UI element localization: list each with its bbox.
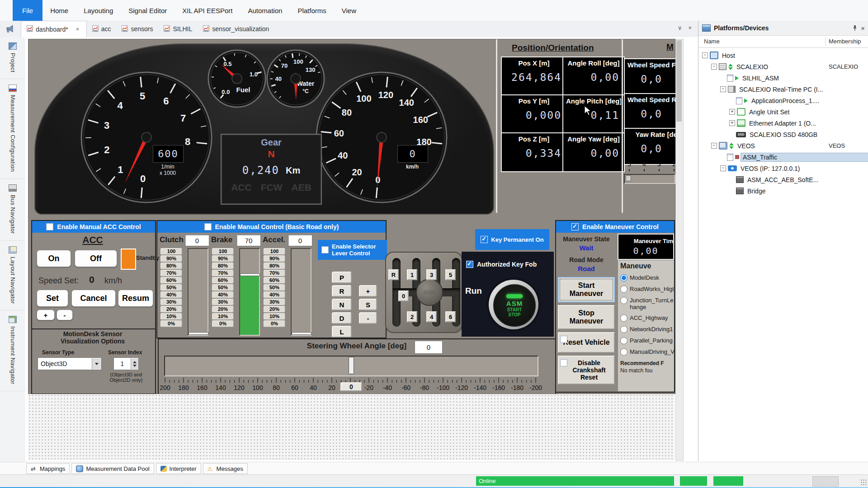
bottom-tab-messages[interactable]: Messages: [203, 463, 248, 474]
pin-icon[interactable]: [852, 25, 858, 31]
tree-row-asm_traffic[interactable]: ASM_Traffic: [698, 151, 868, 163]
acc-cancel-button[interactable]: Cancel: [71, 290, 116, 307]
percent-button-70[interactable]: 70%: [160, 270, 182, 277]
percent-button-90[interactable]: 90%: [160, 255, 182, 262]
percent-button-40[interactable]: 40%: [264, 291, 285, 298]
rail-item-project[interactable]: Project: [0, 37, 25, 79]
chevron-down-icon[interactable]: [92, 358, 101, 369]
maneuver-option[interactable]: Parallel_Parking: [620, 337, 675, 344]
steering-slider[interactable]: [164, 356, 538, 376]
name-column-header[interactable]: Name: [704, 38, 720, 45]
engine-start-stop-button[interactable]: ASM START STOP: [489, 280, 538, 329]
percent-button-70[interactable]: 70%: [264, 270, 285, 277]
percent-button-40[interactable]: 40%: [212, 291, 234, 298]
collapse-icon[interactable]: [711, 143, 717, 149]
rail-item-layout-navigator[interactable]: Layout Navigator: [0, 241, 25, 311]
maneuver-option[interactable]: ManualDriving_V: [620, 348, 675, 356]
membership-column-header[interactable]: Membership: [829, 38, 861, 45]
tab-dashboard[interactable]: dashboard*: [21, 21, 87, 37]
tree-row-host[interactable]: Host: [698, 50, 868, 61]
percent-button-70[interactable]: 70%: [212, 270, 234, 277]
percent-button-10[interactable]: 10%: [160, 313, 182, 320]
percent-button-100[interactable]: 100: [160, 248, 182, 255]
percent-button-0[interactable]: 0%: [264, 320, 285, 327]
tree-row-asm_acc_aeb_softe-[interactable]: ASM_ACC_AEB_SoftE...: [698, 174, 868, 185]
bottom-tab-measurement-data-pool[interactable]: Measurement Data Pool: [71, 463, 154, 474]
selector-button-R[interactable]: R: [332, 285, 352, 297]
vertical-scrollbar[interactable]: [675, 39, 684, 461]
close-panel-icon[interactable]: [861, 24, 865, 32]
percent-button-90[interactable]: 90%: [264, 255, 285, 262]
resize-grip[interactable]: [860, 479, 867, 485]
collapse-icon[interactable]: [702, 52, 708, 58]
acc-resume-button[interactable]: Resum: [118, 290, 153, 307]
pedal-slider[interactable]: [188, 248, 208, 336]
maneuver-option[interactable]: Junction_TurnLe hange: [620, 297, 675, 310]
selector-side-button-S[interactable]: S: [359, 299, 377, 310]
pedal-value-input[interactable]: 70: [236, 235, 261, 246]
shifter-gate-3[interactable]: 3: [426, 269, 437, 280]
selector-button-D[interactable]: D: [332, 312, 352, 324]
percent-button-80[interactable]: 80%: [212, 263, 234, 269]
disable-crankshaft-button[interactable]: Disable Crankshaft Reset: [558, 356, 615, 385]
menu-item-home[interactable]: Home: [42, 0, 76, 21]
tree-row-scalexio[interactable]: SCALEXIOSCALEXIO: [698, 61, 868, 72]
disable-crankshaft-checkbox[interactable]: [560, 359, 567, 366]
tab-SILHIL[interactable]: SILHIL: [158, 21, 198, 37]
percent-button-10[interactable]: 10%: [212, 313, 234, 320]
authorized-keyfob-checkbox[interactable]: [466, 261, 473, 268]
pedal-slider-handle[interactable]: [292, 332, 311, 335]
steering-slider-handle[interactable]: [349, 357, 354, 374]
maneuver-option[interactable]: NetworkDriving1: [620, 326, 675, 333]
percent-button-90[interactable]: 90%: [212, 255, 234, 262]
percent-button-20[interactable]: 20%: [160, 306, 182, 313]
steering-value-box[interactable]: 0: [415, 341, 443, 354]
percent-button-100[interactable]: 100: [264, 248, 285, 255]
selector-side-button-minus[interactable]: -: [359, 312, 377, 324]
reset-vehicle-checkbox[interactable]: [560, 336, 567, 343]
percent-button-50[interactable]: 50%: [160, 284, 182, 291]
acc-plus-button[interactable]: +: [37, 310, 55, 320]
menu-item-xil-api-eesport[interactable]: XIL API EESPort: [175, 0, 240, 21]
percent-button-30[interactable]: 30%: [160, 299, 182, 305]
percent-button-60[interactable]: 60%: [264, 277, 285, 284]
rail-item-instrument-navigator[interactable]: Instrument Navigator: [0, 310, 25, 391]
percent-button-10[interactable]: 10%: [264, 313, 285, 320]
percent-button-60[interactable]: 60%: [160, 277, 182, 284]
start-maneuver-button[interactable]: Start Maneuver: [558, 277, 615, 302]
radio-unselected[interactable]: [620, 337, 627, 344]
pedal-value-input[interactable]: 0: [185, 235, 209, 246]
percent-button-100[interactable]: 100: [212, 248, 234, 255]
tree-row-veos[interactable]: VEOSVEOS: [698, 140, 868, 151]
radio-selected[interactable]: [620, 274, 627, 282]
reset-vehicle-button[interactable]: Reset Vehicle: [558, 332, 615, 353]
rail-item-measurement-configuration[interactable]: Measurement Configuration: [0, 79, 25, 178]
tab-acc[interactable]: acc: [87, 21, 117, 37]
shifter-gate-0[interactable]: 0: [398, 291, 409, 301]
shifter-gate-R[interactable]: R: [388, 269, 399, 280]
tab-sensors[interactable]: sensors: [116, 21, 158, 37]
tree-row-bridge[interactable]: Bridge: [698, 185, 868, 197]
stepper-arrows-icon[interactable]: [131, 358, 138, 369]
tab-list-dropdown-icon[interactable]: [678, 24, 682, 31]
percent-button-20[interactable]: 20%: [264, 306, 285, 313]
close-tab-icon[interactable]: [75, 26, 81, 33]
acc-off-button[interactable]: Off: [75, 250, 117, 267]
percent-button-80[interactable]: 80%: [264, 263, 285, 269]
selector-button-N[interactable]: N: [332, 299, 352, 310]
maneuver-option[interactable]: ACC_Highway: [620, 314, 675, 322]
maneuver-option[interactable]: ModelDesk: [620, 274, 675, 282]
selector-button-P[interactable]: P: [332, 272, 352, 283]
radio-unselected[interactable]: [620, 286, 627, 293]
percent-button-80[interactable]: 80%: [160, 263, 182, 269]
rail-item-bus-navigator[interactable]: Bus Navigator: [0, 179, 25, 241]
radio-unselected[interactable]: [620, 348, 627, 356]
collapse-icon[interactable]: [720, 86, 726, 92]
stop-maneuver-button[interactable]: Stop Maneuver: [558, 305, 615, 329]
acc-set-button[interactable]: Set: [37, 290, 68, 307]
tree-row-scalexio-ssd-480gb[interactable]: SCALEXIO SSD 480GB: [698, 129, 868, 140]
percent-button-0[interactable]: 0%: [160, 320, 182, 327]
sensor-type-select[interactable]: Object3D: [38, 357, 102, 370]
expand-icon[interactable]: [729, 109, 735, 115]
collapse-icon[interactable]: [720, 165, 726, 171]
